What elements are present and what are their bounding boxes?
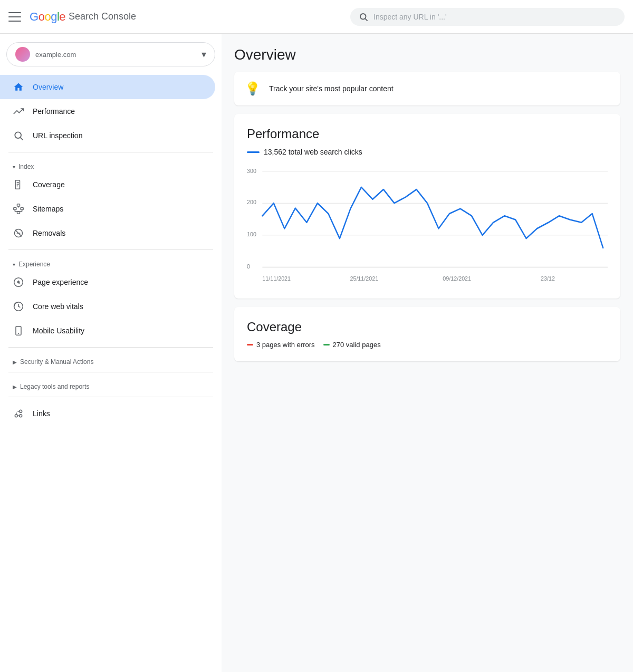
divider-3 <box>8 347 213 348</box>
sidebar-label-mobile-usability: Mobile Usability <box>33 327 84 335</box>
svg-text:100: 100 <box>247 231 256 237</box>
sidebar-item-removals[interactable]: Removals <box>0 221 215 245</box>
sidebar-label-coverage: Coverage <box>33 180 65 189</box>
experience-arrow-icon: ▾ <box>13 262 15 267</box>
svg-point-26 <box>20 410 22 412</box>
svg-text:25/11/2021: 25/11/2021 <box>350 275 378 281</box>
logo-area: Google Search Console <box>30 10 136 24</box>
svg-rect-9 <box>14 208 16 210</box>
metric-label: 13,562 total web search clicks <box>247 148 608 156</box>
stat-valid: 270 valid pages <box>323 341 381 349</box>
info-banner: 💡 Track your site's most popular content <box>234 72 620 105</box>
page-title: Overview <box>234 46 620 63</box>
error-indicator <box>247 344 253 345</box>
svg-line-3 <box>21 138 23 140</box>
metric-line <box>247 151 260 153</box>
svg-text:09/12/2021: 09/12/2021 <box>443 275 471 281</box>
coverage-icon <box>13 179 24 190</box>
mobile-icon <box>13 325 24 337</box>
coverage-card: Coverage 3 pages with errors 270 valid p… <box>234 307 620 361</box>
search-placeholder: Inspect any URL in '...' <box>373 13 447 21</box>
sidebar-label-sitemaps: Sitemaps <box>33 205 63 213</box>
sidebar-item-page-experience[interactable]: Page experience <box>0 270 215 294</box>
svg-text:23/12: 23/12 <box>541 275 555 281</box>
performance-card: Performance 13,562 total web search clic… <box>234 114 620 299</box>
stat-errors: 3 pages with errors <box>247 341 315 349</box>
url-search-icon <box>13 130 24 141</box>
main-layout: example.com ▾ Overview Performance <box>0 34 633 672</box>
svg-point-0 <box>360 14 366 20</box>
property-avatar <box>15 47 30 62</box>
sitemaps-icon <box>13 203 24 215</box>
home-icon <box>13 81 24 93</box>
divider-5 <box>8 397 213 397</box>
sidebar-item-mobile-usability[interactable]: Mobile Usability <box>0 319 215 343</box>
stat-valid-label: 270 valid pages <box>333 341 381 349</box>
sidebar-item-url-inspection[interactable]: URL inspection <box>0 123 215 148</box>
sidebar-item-links[interactable]: Links <box>0 401 215 426</box>
svg-point-27 <box>20 415 22 417</box>
bulb-icon: 💡 <box>245 81 261 96</box>
section-experience-label: Experience <box>18 261 50 268</box>
section-legacy-label: Legacy tools and reports <box>20 383 89 390</box>
svg-text:300: 300 <box>247 167 256 174</box>
svg-line-1 <box>365 18 367 21</box>
trending-up-icon <box>13 105 24 117</box>
google-logo: Google <box>30 10 65 24</box>
sidebar-item-overview[interactable]: Overview <box>0 75 215 99</box>
hamburger-menu-icon[interactable] <box>8 11 21 23</box>
section-experience[interactable]: ▾ Experience <box>0 254 222 270</box>
divider-2 <box>8 249 213 250</box>
coverage-card-title: Coverage <box>247 320 608 334</box>
search-icon <box>359 12 368 22</box>
sidebar-label-page-experience: Page experience <box>33 278 88 286</box>
svg-rect-10 <box>21 208 23 210</box>
svg-text:11/11/2021: 11/11/2021 <box>262 275 291 281</box>
main-content: Overview 💡 Track your site's most popula… <box>222 34 633 672</box>
svg-point-2 <box>15 132 21 138</box>
svg-point-21 <box>17 281 19 283</box>
property-dropdown-icon: ▾ <box>202 49 206 60</box>
section-security-label: Security & Manual Actions <box>20 358 93 366</box>
valid-indicator <box>323 344 330 345</box>
top-header: Google Search Console Inspect any URL in… <box>0 0 633 34</box>
sidebar-label-overview: Overview <box>33 83 63 91</box>
svg-point-25 <box>15 415 17 417</box>
chart-svg: 300 200 100 0 11/11/2021 25/11/2021 09 <box>247 165 608 286</box>
sidebar-label-links: Links <box>33 409 50 418</box>
security-arrow-icon: ▶ <box>13 359 17 365</box>
performance-chart: 300 200 100 0 11/11/2021 25/11/2021 09 <box>247 165 608 286</box>
coverage-stats: 3 pages with errors 270 valid pages <box>247 341 608 349</box>
core-web-vitals-icon <box>13 301 24 312</box>
sidebar-label-performance: Performance <box>33 107 75 116</box>
svg-text:200: 200 <box>247 199 256 205</box>
sidebar-item-core-web-vitals[interactable]: Core web vitals <box>0 294 215 319</box>
section-legacy[interactable]: ▶ Legacy tools and reports <box>0 377 222 392</box>
sidebar-item-sitemaps[interactable]: Sitemaps <box>0 197 215 221</box>
sidebar-label-core-web-vitals: Core web vitals <box>33 302 83 311</box>
performance-card-title: Performance <box>247 127 608 141</box>
sidebar-label-url-inspection: URL inspection <box>33 131 82 140</box>
app-name: Search Console <box>69 11 136 22</box>
svg-rect-8 <box>17 204 20 206</box>
divider-4 <box>8 372 213 372</box>
section-index-label: Index <box>18 163 34 170</box>
sidebar-label-removals: Removals <box>33 229 65 237</box>
sidebar-item-coverage[interactable]: Coverage <box>0 172 215 197</box>
metric-text: 13,562 total web search clicks <box>264 148 362 156</box>
page-experience-icon <box>13 276 24 288</box>
divider-1 <box>8 152 213 152</box>
search-bar[interactable]: Inspect any URL in '...' <box>350 8 625 26</box>
section-index[interactable]: ▾ Index <box>0 157 222 172</box>
property-selector[interactable]: example.com ▾ <box>6 42 215 66</box>
svg-text:0: 0 <box>247 263 250 269</box>
svg-rect-4 <box>15 180 20 189</box>
index-arrow-icon: ▾ <box>13 164 15 170</box>
property-name: example.com <box>35 51 196 59</box>
banner-text: Track your site's most popular content <box>269 84 394 93</box>
legacy-arrow-icon: ▶ <box>13 384 17 390</box>
links-icon <box>13 408 24 419</box>
stat-errors-label: 3 pages with errors <box>256 341 315 349</box>
sidebar-item-performance[interactable]: Performance <box>0 99 215 123</box>
section-security[interactable]: ▶ Security & Manual Actions <box>0 352 222 368</box>
